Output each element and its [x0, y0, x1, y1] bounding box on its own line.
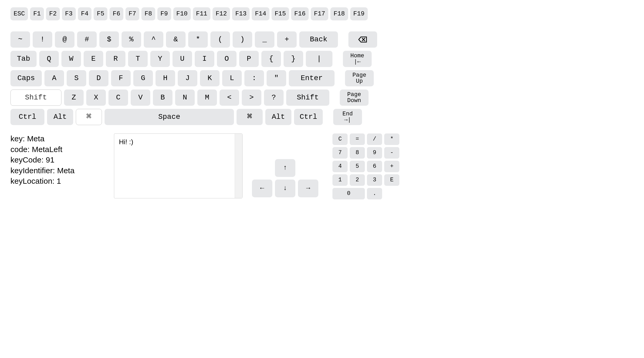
key-sym[interactable]: %: [122, 31, 141, 48]
key-sym[interactable]: @: [55, 31, 74, 48]
f19-key[interactable]: F19: [350, 7, 368, 20]
key-sym[interactable]: +: [277, 31, 297, 48]
pagedown-key[interactable]: Page Down: [340, 90, 369, 106]
key-m[interactable]: M: [197, 90, 217, 106]
f2-key[interactable]: F2: [46, 7, 60, 20]
clear-key[interactable]: [348, 31, 377, 48]
key-sym[interactable]: :: [244, 70, 264, 86]
f5-key[interactable]: F5: [94, 7, 107, 20]
f1-key[interactable]: F1: [30, 7, 44, 20]
f9-key[interactable]: F9: [157, 7, 171, 20]
key-g[interactable]: G: [133, 70, 153, 86]
numpad-key-sym[interactable]: +: [384, 161, 399, 172]
numpad-key-1[interactable]: 1: [332, 174, 348, 186]
key-l[interactable]: L: [222, 70, 242, 86]
shift-left-key[interactable]: Shift: [10, 90, 61, 106]
key-r[interactable]: R: [106, 51, 125, 67]
alt-right-key[interactable]: Alt: [265, 109, 291, 125]
enter-key[interactable]: Enter: [289, 70, 335, 86]
numpad-key-sym[interactable]: -: [384, 147, 399, 159]
numpad-key-5[interactable]: 5: [350, 161, 365, 172]
f16-key[interactable]: F16: [291, 7, 309, 20]
arrow-left-key[interactable]: ←: [252, 180, 272, 197]
numpad-key-e[interactable]: E: [384, 174, 399, 186]
key-sym[interactable]: ?: [264, 90, 284, 106]
key-a[interactable]: A: [44, 70, 64, 86]
key-e[interactable]: E: [84, 51, 103, 67]
output-textarea[interactable]: Hi! :): [114, 133, 243, 198]
numpad-key-6[interactable]: 6: [367, 161, 382, 172]
numpad-key-0[interactable]: 0: [332, 188, 365, 199]
key-f[interactable]: F: [111, 70, 131, 86]
key-sym[interactable]: !: [33, 31, 52, 48]
numpad-key-7[interactable]: 7: [332, 147, 348, 159]
f8-key[interactable]: F8: [141, 7, 155, 20]
key-sym[interactable]: *: [188, 31, 208, 48]
key-z[interactable]: Z: [64, 90, 84, 106]
arrow-down-key[interactable]: ↓: [275, 180, 295, 197]
alt-left-key[interactable]: Alt: [47, 109, 73, 125]
backspace-key[interactable]: Back: [299, 31, 338, 48]
f3-key[interactable]: F3: [62, 7, 76, 20]
key-j[interactable]: J: [178, 70, 197, 86]
key-y[interactable]: Y: [150, 51, 170, 67]
numpad-key-sym[interactable]: /: [367, 133, 382, 145]
f12-key[interactable]: F12: [212, 7, 230, 20]
key-sym[interactable]: #: [77, 31, 97, 48]
numpad-key-4[interactable]: 4: [332, 161, 348, 172]
key-v[interactable]: V: [131, 90, 150, 106]
key-sym[interactable]: }: [284, 51, 303, 67]
f13-key[interactable]: F13: [232, 7, 250, 20]
shift-right-key[interactable]: Shift: [286, 90, 329, 106]
tab-key[interactable]: Tab: [10, 51, 37, 67]
key-sym[interactable]: ): [233, 31, 252, 48]
key-d[interactable]: D: [89, 70, 108, 86]
key-p[interactable]: P: [239, 51, 259, 67]
key-k[interactable]: K: [200, 70, 220, 86]
key-sym[interactable]: &: [166, 31, 186, 48]
key-sym[interactable]: |: [306, 51, 332, 67]
f10-key[interactable]: F10: [173, 7, 191, 20]
numpad-key-sym[interactable]: =: [350, 133, 365, 145]
f4-key[interactable]: F4: [78, 7, 92, 20]
key-h[interactable]: H: [156, 70, 175, 86]
ctrl-right-key[interactable]: Ctrl: [294, 109, 323, 125]
numpad-key-c[interactable]: C: [332, 133, 348, 145]
key-i[interactable]: I: [195, 51, 214, 67]
key-sym[interactable]: ~: [10, 31, 30, 48]
key-w[interactable]: W: [61, 51, 81, 67]
key-sym[interactable]: ": [267, 70, 286, 86]
meta-right-key[interactable]: ⌘: [237, 109, 263, 125]
pageup-key[interactable]: Page Up: [345, 70, 374, 86]
numpad-key-dot[interactable]: .: [367, 188, 382, 199]
key-o[interactable]: O: [217, 51, 237, 67]
f18-key[interactable]: F18: [330, 7, 348, 20]
key-sym[interactable]: >: [242, 90, 261, 106]
end-key[interactable]: End →|: [333, 109, 362, 125]
meta-left-key[interactable]: ⌘: [76, 109, 102, 125]
key-x[interactable]: X: [86, 90, 106, 106]
key-c[interactable]: C: [108, 90, 128, 106]
numpad-key-2[interactable]: 2: [350, 174, 365, 186]
f17-key[interactable]: F17: [311, 7, 328, 20]
f6-key[interactable]: F6: [110, 7, 123, 20]
key-b[interactable]: B: [153, 90, 172, 106]
key-sym[interactable]: <: [220, 90, 239, 106]
key-t[interactable]: T: [128, 51, 148, 67]
numpad-key-sym[interactable]: *: [384, 133, 399, 145]
key-sym[interactable]: {: [261, 51, 281, 67]
key-u[interactable]: U: [172, 51, 192, 67]
key-s[interactable]: S: [67, 70, 86, 86]
key-sym[interactable]: $: [99, 31, 119, 48]
numpad-key-9[interactable]: 9: [367, 147, 382, 159]
home-key[interactable]: Home |←: [343, 51, 372, 67]
key-n[interactable]: N: [175, 90, 195, 106]
f11-key[interactable]: F11: [193, 7, 210, 20]
key-sym[interactable]: (: [210, 31, 230, 48]
space-key[interactable]: Space: [105, 109, 234, 125]
f15-key[interactable]: F15: [272, 7, 289, 20]
numpad-key-3[interactable]: 3: [367, 174, 382, 186]
f7-key[interactable]: F7: [125, 7, 139, 20]
key-q[interactable]: Q: [39, 51, 59, 67]
numpad-key-8[interactable]: 8: [350, 147, 365, 159]
